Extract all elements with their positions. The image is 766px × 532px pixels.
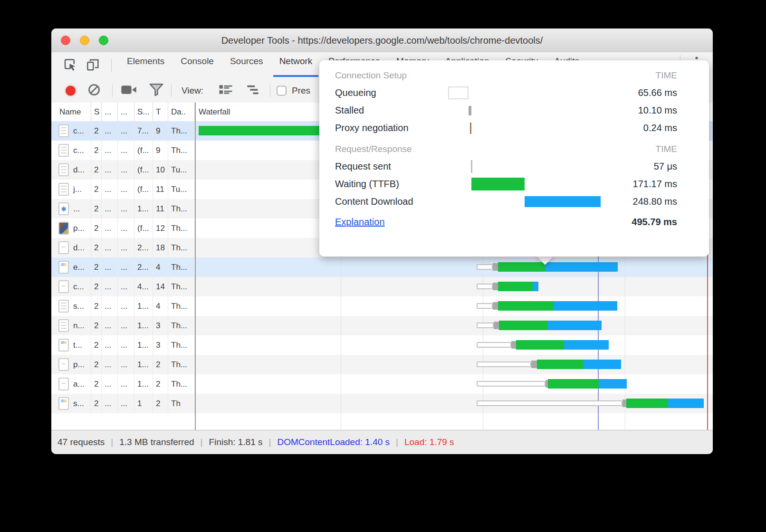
- waterfall-cap-bar[interactable]: [493, 283, 498, 290]
- table-row[interactable]: s...2......12Th: [51, 394, 713, 413]
- timing-breakdown: Connection SetupTIMEQueueing65.66 msStal…: [335, 67, 677, 210]
- popup-metric-row: Proxy negotiation0.24 ms: [335, 119, 677, 137]
- waterfall-green-bar[interactable]: [548, 379, 599, 389]
- cell-status: 2: [91, 394, 102, 413]
- table-row[interactable]: n...2......1...3Th...: [51, 316, 713, 335]
- waterfall-blue-bar[interactable]: [599, 379, 627, 389]
- table-row[interactable]: p...2......1...2Th...: [51, 355, 713, 374]
- cell-date: Tu...: [168, 180, 195, 199]
- column-header-status[interactable]: S: [91, 103, 102, 121]
- waterfall-pill-bar[interactable]: [477, 264, 493, 270]
- waterfall-green-bar[interactable]: [626, 399, 668, 408]
- cell-waterfall: [195, 374, 713, 394]
- tab-elements[interactable]: Elements: [119, 52, 172, 70]
- cell-4: ...: [118, 180, 134, 199]
- window-titlebar: Developer Tools - https://developers.goo…: [51, 28, 713, 53]
- cell-date: Th...: [168, 296, 195, 316]
- show-overview-waterfall-icon[interactable]: [247, 85, 261, 97]
- cell-status: 2: [91, 277, 102, 296]
- waterfall-green-bar[interactable]: [537, 360, 584, 369]
- explanation-link[interactable]: Explanation: [335, 217, 385, 228]
- waterfall-green-bar[interactable]: [516, 340, 564, 350]
- column-header-date[interactable]: Da..: [168, 103, 195, 121]
- capture-screenshots-camera-icon[interactable]: [121, 85, 137, 96]
- cell-3: ...: [102, 160, 118, 180]
- table-row[interactable]: c...2......4...14Th...: [51, 277, 713, 296]
- waterfall-cap-bar[interactable]: [494, 322, 499, 329]
- waterfall-pill-bar[interactable]: [477, 323, 494, 328]
- request-name: d...: [73, 243, 85, 253]
- waterfall-blue-bar[interactable]: [564, 340, 609, 350]
- cell-date: Th...: [168, 316, 195, 335]
- cell-name: s...: [51, 394, 91, 413]
- table-row[interactable]: a...2......1...2Th...: [51, 374, 713, 394]
- popup-metric-value: 171.17 ms: [633, 179, 677, 190]
- column-header-time[interactable]: T: [153, 103, 168, 121]
- waterfall-pill-bar[interactable]: [477, 342, 511, 348]
- waterfall-blue-bar[interactable]: [584, 360, 621, 369]
- waterfall-pill-bar[interactable]: [477, 381, 546, 387]
- waterfall-cap-bar[interactable]: [531, 361, 537, 368]
- waterfall-green-bar[interactable]: [499, 321, 547, 330]
- cell-3: ...: [102, 199, 118, 218]
- waterfall-pill-bar[interactable]: [477, 400, 622, 406]
- waterfall-pill-bar[interactable]: [477, 361, 531, 367]
- status-item: DOMContentLoaded: 1.40 s: [277, 437, 390, 447]
- tab-network[interactable]: Network: [271, 52, 321, 70]
- waterfall-blue-bar[interactable]: [668, 399, 704, 408]
- waterfall-pill-bar[interactable]: [477, 303, 493, 309]
- waterfall-green-bar[interactable]: [498, 301, 554, 311]
- cell-status: 2: [91, 257, 102, 277]
- cell-4: ...: [118, 160, 134, 180]
- waterfall-green-bar[interactable]: [199, 126, 335, 135]
- cell-date: Th: [168, 394, 195, 413]
- doc-plain-file-icon: [58, 280, 69, 293]
- column-header-size[interactable]: S...: [134, 103, 153, 121]
- cell-name: c...: [51, 121, 91, 141]
- waterfall-blue-bar[interactable]: [547, 321, 602, 330]
- cell-time: 3: [153, 335, 168, 355]
- waterfall-blue-bar[interactable]: [545, 262, 618, 272]
- waterfall-green-bar[interactable]: [498, 262, 545, 272]
- waterfall-blue-bar[interactable]: [554, 301, 617, 311]
- preserve-log-checkbox[interactable]: [277, 86, 287, 96]
- request-name: p...: [73, 224, 85, 233]
- large-request-rows-icon[interactable]: [219, 85, 233, 97]
- waterfall-pill-bar[interactable]: [477, 284, 493, 289]
- popup-metric-bar: [470, 123, 471, 134]
- request-name: d...: [73, 165, 85, 175]
- waterfall-cap-bar[interactable]: [622, 399, 626, 407]
- filter-funnel-icon[interactable]: [149, 83, 163, 98]
- waterfall-cap-bar[interactable]: [493, 302, 498, 310]
- waterfall-green-bar[interactable]: [498, 282, 533, 291]
- table-row[interactable]: t...2......1...3Th...: [51, 335, 713, 355]
- device-toolbar-icon[interactable]: [86, 57, 100, 74]
- record-network-log-button[interactable]: [66, 86, 76, 96]
- table-row[interactable]: s...2......1...4Th...: [51, 296, 713, 316]
- inspect-element-icon[interactable]: [63, 57, 77, 74]
- cell-time: 14: [153, 277, 168, 296]
- waterfall-blue-bar[interactable]: [533, 282, 538, 291]
- cell-3: ...: [102, 257, 118, 277]
- tab-sources[interactable]: Sources: [222, 52, 271, 70]
- cell-status: 2: [91, 218, 102, 238]
- column-header-4[interactable]: ...: [118, 103, 134, 121]
- cell-status: 2: [91, 374, 102, 394]
- tab-console[interactable]: Console: [172, 52, 222, 70]
- cell-waterfall: [195, 257, 713, 277]
- clear-network-log-icon[interactable]: [87, 83, 101, 98]
- waterfall-cap-bar[interactable]: [493, 263, 498, 271]
- table-row[interactable]: e...2......2...4Th...: [51, 257, 713, 277]
- cell-status: 2: [91, 238, 102, 257]
- cell-time: 10: [153, 160, 168, 180]
- column-header-3[interactable]: ...: [102, 103, 118, 121]
- cell-name: n...: [51, 316, 91, 335]
- toolbar-divider: [112, 85, 113, 97]
- popup-section-title: Request/Response: [335, 144, 412, 154]
- waterfall-cap-bar[interactable]: [511, 341, 516, 349]
- status-item: 1.3 MB transferred: [119, 437, 194, 447]
- cell-3: ...: [102, 218, 118, 238]
- cell-4: ...: [118, 121, 134, 141]
- cell-waterfall: [195, 335, 713, 355]
- column-header-name[interactable]: Name: [51, 103, 91, 121]
